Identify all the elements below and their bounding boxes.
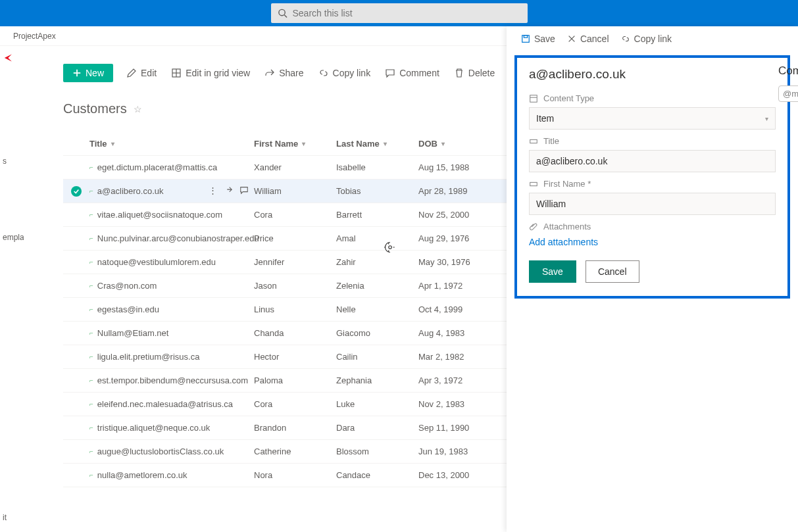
chevron-down-icon: ▾ [441, 140, 445, 147]
table-row[interactable]: ⌐a@aclibero.co.uk⋮WilliamTobiasApr 28, 1… [63, 180, 511, 203]
first-name-cell: Brandon [254, 423, 336, 433]
chevron-down-icon: ▾ [302, 140, 305, 147]
item-indicator-icon: ⌐ [89, 187, 93, 195]
first-name-cell: Cora [254, 399, 336, 409]
col-last[interactable]: Last Name▾ [336, 139, 418, 149]
title-cell[interactable]: ⌐egestas@in.edu [89, 304, 254, 314]
title-text: Nunc.pulvinar.arcu@conubianostraper.edu [97, 233, 259, 243]
comment-button[interactable]: Comment [384, 65, 441, 81]
title-cell[interactable]: ⌐augue@luctuslobortisClass.co.uk [89, 447, 254, 456]
title-cell[interactable]: ⌐Nullam@Etiam.net [89, 328, 254, 338]
table-row[interactable]: ⌐tristique.aliquet@neque.co.ukBrandonDar… [63, 416, 511, 440]
col-title[interactable]: Title▾ [89, 139, 254, 149]
attachment-icon [529, 222, 538, 231]
chevron-down-icon: ▾ [111, 140, 114, 147]
link-icon [318, 68, 329, 78]
add-attachments-link[interactable]: Add attachments [529, 237, 598, 247]
table-row[interactable]: ⌐est.tempor.bibendum@neccursusa.comPalom… [63, 369, 511, 393]
item-indicator-icon: ⌐ [89, 424, 93, 431]
search-box[interactable] [271, 3, 528, 23]
title-cell[interactable]: ⌐natoque@vestibulumlorem.edu [89, 257, 254, 267]
svg-rect-8 [522, 36, 530, 43]
col-first[interactable]: First Name▾ [254, 139, 336, 149]
delete-button[interactable]: Delete [453, 65, 496, 81]
title-text: vitae.aliquet@sociisnatoque.com [97, 210, 222, 220]
save-button[interactable]: Save [529, 260, 576, 283]
title-input[interactable] [529, 150, 776, 172]
row-comment-icon[interactable] [239, 185, 249, 197]
title-cell[interactable]: ⌐eleifend.nec.malesuada@atrisus.ca [89, 399, 254, 409]
new-button-label: New [86, 68, 104, 78]
table-row[interactable]: ⌐eleifend.nec.malesuada@atrisus.caCoraLu… [63, 393, 511, 416]
copylink-button[interactable]: Copy link [317, 65, 372, 81]
leftnav-item[interactable]: it [0, 509, 24, 526]
title-cell[interactable]: ⌐Cras@non.com [89, 281, 254, 291]
table-header: Title▾ First Name▾ Last Name▾ DOB▾ [63, 132, 511, 156]
breadcrumb-item[interactable]: ProjectApex [13, 32, 56, 41]
table-row[interactable]: ⌐natoque@vestibulumlorem.eduJenniferZahi… [63, 251, 511, 274]
edit-grid-button[interactable]: Edit in grid view [170, 65, 251, 81]
svg-line-1 [284, 15, 287, 18]
last-name-cell: Barrett [336, 210, 418, 220]
first-name-cell: Chanda [254, 328, 336, 338]
first-name-cell: Price [254, 233, 336, 243]
table-row[interactable]: ⌐Cras@non.comJasonZeleniaApr 1, 1972 [63, 274, 511, 298]
title-cell[interactable]: ⌐Nunc.pulvinar.arcu@conubianostraper.edu [89, 233, 254, 243]
search-icon [278, 8, 287, 18]
table-row[interactable]: ⌐vitae.aliquet@sociisnatoque.comCoraBarr… [63, 203, 511, 227]
title-cell[interactable]: ⌐est.tempor.bibendum@neccursusa.com [89, 375, 254, 385]
title-text: Nullam@Etiam.net [97, 328, 169, 338]
panel-copylink-button[interactable]: Copy link [621, 34, 672, 44]
col-dob[interactable]: DOB▾ [418, 139, 511, 149]
first-name-cell: Xander [254, 162, 336, 172]
table-row[interactable]: ⌐nulla@ametlorem.co.ukNoraCandaceDec 13,… [63, 464, 511, 487]
table-row[interactable]: ⌐augue@luctuslobortisClass.co.ukCatherin… [63, 440, 511, 464]
panel-command-bar: Save Cancel Copy link [507, 26, 798, 51]
item-indicator-icon: ⌐ [89, 353, 93, 360]
table-row[interactable]: ⌐ligula.elit.pretium@risus.caHectorCaili… [63, 345, 511, 369]
dob-cell: Mar 2, 1982 [418, 352, 511, 362]
row-share-icon[interactable] [224, 185, 233, 197]
item-indicator-icon: ⌐ [89, 258, 93, 266]
content-type-select[interactable]: Item ▾ [529, 107, 776, 130]
table-row[interactable]: ⌐egestas@in.eduLinusNelleOct 4, 1999 [63, 298, 511, 322]
title-cell[interactable]: ⌐eget.dictum.placerat@mattis.ca [89, 162, 254, 172]
table-row[interactable]: ⌐eget.dictum.placerat@mattis.caXanderIsa… [63, 156, 511, 180]
title-cell[interactable]: ⌐tristique.aliquet@neque.co.uk [89, 423, 254, 433]
last-name-cell: Isabelle [336, 162, 418, 172]
dob-cell: Apr 28, 1989 [418, 186, 511, 196]
edit-button[interactable]: Edit [125, 65, 158, 81]
title-cell[interactable]: ⌐a@aclibero.co.uk⋮ [89, 185, 254, 197]
firstname-input[interactable] [529, 193, 776, 215]
row-select-cell[interactable] [63, 186, 89, 197]
chevron-down-icon: ▾ [765, 115, 768, 122]
first-name-cell: Catherine [254, 447, 336, 456]
mention-input[interactable]: @m [778, 85, 798, 102]
favorite-star-icon[interactable]: ☆ [134, 104, 142, 114]
new-button[interactable]: New [63, 64, 113, 82]
last-name-cell: Giacomo [336, 328, 418, 338]
leftnav-item[interactable]: s [0, 153, 24, 170]
content-type-label: Content Type [529, 93, 776, 103]
last-name-cell: Zelenia [336, 281, 418, 291]
dob-cell: Dec 13, 2000 [418, 470, 511, 480]
title-cell[interactable]: ⌐nulla@ametlorem.co.uk [89, 470, 254, 480]
title-cell[interactable]: ⌐vitae.aliquet@sociisnatoque.com [89, 210, 254, 220]
table-row[interactable]: ⌐Nullam@Etiam.netChandaGiacomoAug 4, 198… [63, 322, 511, 345]
panel-save-button[interactable]: Save [521, 34, 555, 44]
leftnav-item[interactable]: emplate [0, 229, 24, 246]
last-name-cell: Blossom [336, 447, 418, 456]
panel-cancel-button[interactable]: Cancel [567, 34, 609, 44]
panel-form: a@aclibero.co.uk Content Type Item ▾ Tit… [514, 55, 790, 299]
svg-rect-14 [530, 139, 537, 143]
last-name-cell: Zahir [336, 257, 418, 267]
share-button[interactable]: Share [263, 65, 305, 81]
title-cell[interactable]: ⌐ligula.elit.pretium@risus.ca [89, 352, 254, 362]
trash-icon [454, 68, 464, 78]
row-menu-icon[interactable]: ⋮ [209, 185, 217, 197]
svg-rect-15 [530, 182, 537, 185]
first-name-cell: Paloma [254, 375, 336, 385]
table-row[interactable]: ⌐Nunc.pulvinar.arcu@conubianostraper.edu… [63, 227, 511, 251]
search-input[interactable] [293, 8, 521, 18]
cancel-button[interactable]: Cancel [586, 260, 639, 283]
